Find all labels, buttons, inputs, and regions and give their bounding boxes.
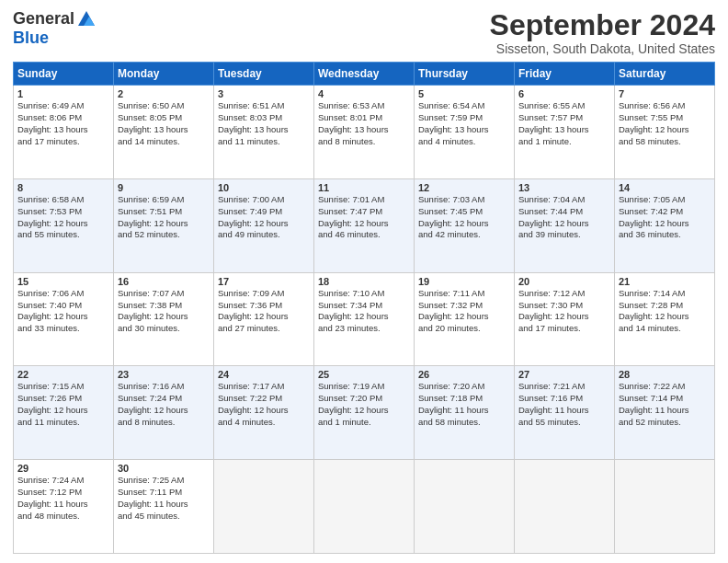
day-number: 12 — [418, 182, 510, 193]
cell-line: Sunset: 7:42 PM — [619, 206, 711, 218]
cell-line: Daylight: 12 hours — [218, 405, 310, 417]
cell-line: Sunrise: 7:04 AM — [518, 194, 610, 206]
cell-line: Sunrise: 7:12 AM — [518, 288, 610, 300]
cell-line: Sunset: 7:38 PM — [118, 300, 210, 312]
calendar-cell: 18Sunrise: 7:10 AMSunset: 7:34 PMDayligh… — [314, 272, 415, 366]
cell-line: Sunrise: 7:07 AM — [118, 288, 210, 300]
cell-line: Daylight: 13 hours — [318, 124, 410, 136]
cell-line: and 48 minutes. — [17, 511, 109, 523]
cell-content: Sunrise: 7:20 AMSunset: 7:18 PMDaylight:… — [418, 381, 510, 428]
cell-line: and 42 minutes. — [418, 229, 510, 241]
day-number: 22 — [17, 369, 109, 380]
cell-line: and 14 minutes. — [118, 136, 210, 148]
day-number: 4 — [318, 88, 410, 99]
calendar-cell: 24Sunrise: 7:17 AMSunset: 7:22 PMDayligh… — [214, 366, 314, 460]
cell-line: Sunrise: 7:09 AM — [218, 288, 310, 300]
day-number: 13 — [518, 182, 610, 193]
cell-line: Sunrise: 6:54 AM — [418, 100, 510, 112]
weekday-header-saturday: Saturday — [615, 63, 715, 86]
calendar-cell: 15Sunrise: 7:06 AMSunset: 7:40 PMDayligh… — [14, 272, 114, 366]
cell-content: Sunrise: 6:59 AMSunset: 7:51 PMDaylight:… — [118, 194, 210, 241]
logo-blue-text: Blue — [13, 29, 49, 47]
cell-line: and 27 minutes. — [218, 323, 310, 335]
calendar-body: 1Sunrise: 6:49 AMSunset: 8:06 PMDaylight… — [14, 86, 715, 554]
calendar-cell: 1Sunrise: 6:49 AMSunset: 8:06 PMDaylight… — [14, 86, 114, 179]
day-number: 23 — [118, 369, 210, 380]
day-number: 6 — [518, 88, 610, 99]
cell-line: Sunset: 7:16 PM — [518, 393, 610, 405]
cell-line: Daylight: 12 hours — [318, 405, 410, 417]
cell-line: Daylight: 13 hours — [118, 124, 210, 136]
calendar-cell: 7Sunrise: 6:56 AMSunset: 7:55 PMDaylight… — [615, 86, 715, 179]
month-title: September 2024 — [490, 9, 715, 41]
cell-content: Sunrise: 7:07 AMSunset: 7:38 PMDaylight:… — [118, 288, 210, 335]
cell-content: Sunrise: 7:15 AMSunset: 7:26 PMDaylight:… — [17, 381, 109, 428]
cell-line: Sunset: 7:40 PM — [17, 300, 109, 312]
cell-line: Daylight: 12 hours — [518, 218, 610, 230]
day-number: 18 — [318, 276, 410, 287]
cell-line: Sunrise: 7:22 AM — [619, 381, 711, 393]
weekday-header-thursday: Thursday — [415, 63, 515, 86]
cell-line: and 4 minutes. — [218, 417, 310, 429]
calendar-cell: 13Sunrise: 7:04 AMSunset: 7:44 PMDayligh… — [515, 178, 615, 272]
calendar-week-3: 15Sunrise: 7:06 AMSunset: 7:40 PMDayligh… — [14, 272, 715, 366]
cell-line: Sunset: 7:34 PM — [318, 300, 410, 312]
cell-line: and 55 minutes. — [518, 417, 610, 429]
cell-content: Sunrise: 7:01 AMSunset: 7:47 PMDaylight:… — [318, 194, 410, 241]
cell-line: Sunset: 7:26 PM — [17, 393, 109, 405]
logo-icon — [76, 9, 97, 29]
cell-line: Sunrise: 6:58 AM — [17, 194, 109, 206]
cell-line: Daylight: 12 hours — [118, 311, 210, 323]
cell-line: Sunrise: 7:20 AM — [418, 381, 510, 393]
cell-line: and 8 minutes. — [118, 417, 210, 429]
cell-line: Sunset: 7:45 PM — [418, 206, 510, 218]
cell-line: Sunset: 7:11 PM — [118, 487, 210, 499]
cell-content: Sunrise: 6:49 AMSunset: 8:06 PMDaylight:… — [17, 100, 109, 147]
cell-content: Sunrise: 6:54 AMSunset: 7:59 PMDaylight:… — [418, 100, 510, 147]
calendar-cell: 26Sunrise: 7:20 AMSunset: 7:18 PMDayligh… — [415, 366, 515, 460]
cell-content: Sunrise: 6:51 AMSunset: 8:03 PMDaylight:… — [218, 100, 310, 147]
cell-line: and 33 minutes. — [17, 323, 109, 335]
cell-content: Sunrise: 7:09 AMSunset: 7:36 PMDaylight:… — [218, 288, 310, 335]
cell-content: Sunrise: 7:12 AMSunset: 7:30 PMDaylight:… — [518, 288, 610, 335]
cell-line: and 58 minutes. — [418, 417, 510, 429]
calendar-week-5: 29Sunrise: 7:24 AMSunset: 7:12 PMDayligh… — [14, 460, 715, 554]
cell-line: Sunset: 7:44 PM — [518, 206, 610, 218]
cell-line: Daylight: 11 hours — [17, 499, 109, 511]
calendar-cell: 29Sunrise: 7:24 AMSunset: 7:12 PMDayligh… — [14, 460, 114, 554]
cell-line: Daylight: 13 hours — [17, 124, 109, 136]
cell-line: Daylight: 12 hours — [118, 405, 210, 417]
calendar-cell: 9Sunrise: 6:59 AMSunset: 7:51 PMDaylight… — [114, 178, 214, 272]
day-number: 21 — [619, 276, 711, 287]
page: General Blue September 2024 Sisseton, So… — [0, 0, 728, 563]
weekday-header-sunday: Sunday — [14, 63, 114, 86]
cell-line: Daylight: 12 hours — [418, 218, 510, 230]
cell-line: Daylight: 12 hours — [17, 311, 109, 323]
cell-line: Sunrise: 7:00 AM — [218, 194, 310, 206]
cell-content: Sunrise: 7:22 AMSunset: 7:14 PMDaylight:… — [619, 381, 711, 428]
cell-line: Sunrise: 7:16 AM — [118, 381, 210, 393]
calendar-cell: 23Sunrise: 7:16 AMSunset: 7:24 PMDayligh… — [114, 366, 214, 460]
cell-line: and 8 minutes. — [318, 136, 410, 148]
calendar-cell: 12Sunrise: 7:03 AMSunset: 7:45 PMDayligh… — [415, 178, 515, 272]
cell-line: Sunrise: 6:55 AM — [518, 100, 610, 112]
calendar-cell: 4Sunrise: 6:53 AMSunset: 8:01 PMDaylight… — [314, 86, 415, 179]
day-number: 24 — [218, 369, 310, 380]
cell-line: and 30 minutes. — [118, 323, 210, 335]
cell-line: Daylight: 12 hours — [418, 311, 510, 323]
cell-line: Sunrise: 7:05 AM — [619, 194, 711, 206]
weekday-header-wednesday: Wednesday — [314, 63, 415, 86]
weekday-header-friday: Friday — [515, 63, 615, 86]
cell-line: and 52 minutes. — [619, 417, 711, 429]
cell-line: Sunrise: 6:51 AM — [218, 100, 310, 112]
calendar-cell: 6Sunrise: 6:55 AMSunset: 7:57 PMDaylight… — [515, 86, 615, 179]
day-number: 5 — [418, 88, 510, 99]
cell-content: Sunrise: 7:11 AMSunset: 7:32 PMDaylight:… — [418, 288, 510, 335]
day-number: 30 — [118, 463, 210, 474]
cell-line: Sunset: 7:20 PM — [318, 393, 410, 405]
weekday-header-monday: Monday — [114, 63, 214, 86]
cell-line: Sunrise: 7:15 AM — [17, 381, 109, 393]
cell-line: and 49 minutes. — [218, 229, 310, 241]
cell-line: Sunset: 7:57 PM — [518, 112, 610, 124]
cell-line: and 46 minutes. — [318, 229, 410, 241]
